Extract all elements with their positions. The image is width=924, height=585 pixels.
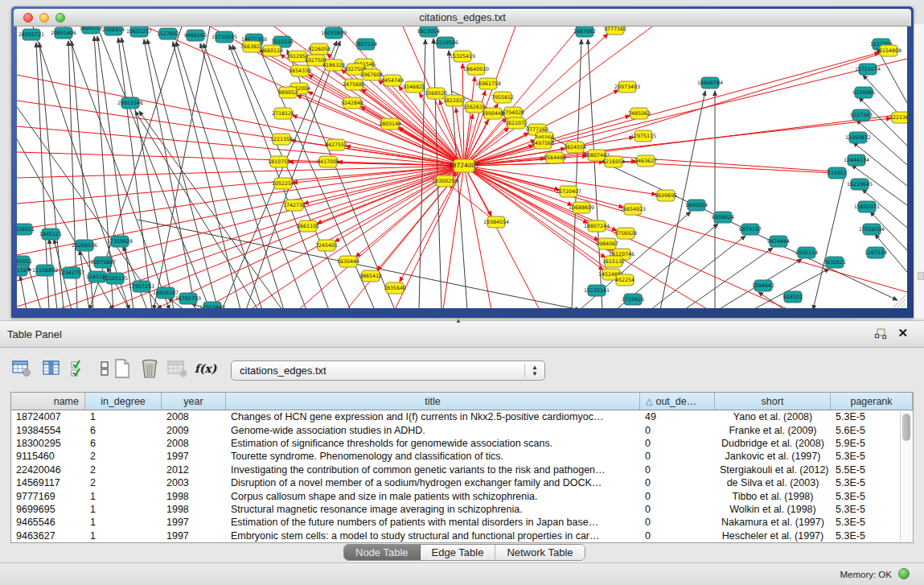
- cell-title[interactable]: Changes of HCN gene expression and I(f) …: [226, 411, 640, 422]
- graph-node[interactable]: 6879197: [739, 224, 762, 235]
- graph-node[interactable]: 9865412: [359, 270, 382, 282]
- cell-out_de[interactable]: 0: [640, 451, 715, 462]
- edge-black[interactable]: [246, 41, 340, 308]
- graph-node[interactable]: 12923448: [199, 302, 225, 308]
- graph-node[interactable]: 7955812: [491, 92, 514, 103]
- graph-node[interactable]: 2967608: [360, 69, 383, 80]
- cell-out_de[interactable]: 0: [640, 491, 715, 502]
- graph-node[interactable]: 12444134: [844, 154, 869, 166]
- graph-node[interactable]: 9474444: [767, 236, 790, 247]
- cell-year[interactable]: 2008: [162, 411, 226, 422]
- graph-node[interactable]: 9699695: [655, 190, 677, 201]
- edge-red-ray[interactable]: [17, 166, 464, 281]
- function-icon[interactable]: f(x): [195, 356, 216, 380]
- cell-title[interactable]: Disruption of a novel member of a sodium…: [226, 477, 640, 488]
- table-column-icon[interactable]: [40, 356, 62, 380]
- graph-node[interactable]: 18807243: [584, 220, 610, 232]
- cell-short[interactable]: Wolkin et al. (1998): [715, 504, 831, 515]
- graph-node[interactable]: 8186328: [322, 60, 345, 71]
- cell-short[interactable]: Tibbo et al. (1998): [715, 491, 831, 502]
- table-row[interactable]: 946554611997Estimation of the future num…: [11, 516, 913, 529]
- cell-short[interactable]: Nakamura et al. (1997): [715, 517, 831, 528]
- graph-node[interactable]: 10719195: [211, 31, 237, 43]
- cell-out_de[interactable]: 0: [640, 477, 715, 488]
- graph-node[interactable]: 16648784: [697, 77, 723, 89]
- cell-out_de[interactable]: 49: [640, 411, 715, 422]
- graph-node[interactable]: 16961758: [475, 78, 501, 89]
- cell-out_de[interactable]: 0: [640, 530, 715, 542]
- window-titlebar[interactable]: citations_edges.txt: [14, 9, 911, 27]
- graph-node[interactable]: 1167534: [864, 247, 887, 258]
- cell-title[interactable]: Genome-wide association studies in ADHD.: [226, 425, 640, 436]
- graph-node[interactable]: 2306914: [102, 27, 125, 35]
- graph-node[interactable]: 452254: [615, 274, 634, 286]
- network-canvas[interactable]: 2405572120691406160553323069141065525715…: [17, 27, 907, 308]
- citation-network-graph[interactable]: 2405572120691406160553323069141065525715…: [17, 27, 907, 308]
- graph-node[interactable]: 1822017: [443, 95, 466, 106]
- graph-node[interactable]: 9463627: [634, 155, 657, 167]
- cell-in_degree[interactable]: 2: [85, 477, 162, 488]
- graph-node[interactable]: 1527602: [157, 28, 179, 39]
- graph-node[interactable]: 1605533: [80, 27, 102, 34]
- cell-short[interactable]: Hescheler et al. (1997): [715, 530, 831, 542]
- cell-in_degree[interactable]: 6: [85, 425, 162, 436]
- graph-node[interactable]: 12093872: [845, 132, 871, 143]
- cell-name[interactable]: 19384554: [11, 425, 85, 436]
- cell-year[interactable]: 1998: [162, 504, 226, 515]
- cell-name[interactable]: 18724007: [11, 411, 85, 422]
- graph-node[interactable]: 924501: [783, 291, 803, 303]
- graph-node[interactable]: 16654923: [620, 204, 646, 215]
- graph-node[interactable]: 24055721: [18, 29, 44, 40]
- canvas-resize-grip[interactable]: [897, 299, 906, 307]
- cell-year[interactable]: 1997: [162, 451, 226, 462]
- graph-node[interactable]: 15135141: [584, 285, 610, 296]
- graph-node[interactable]: 16782759: [175, 293, 201, 304]
- edge-red[interactable]: [464, 166, 573, 205]
- graph-node[interactable]: 39159: [17, 265, 27, 276]
- edge-black[interactable]: [684, 248, 773, 308]
- graph-node[interactable]: 12342757: [59, 267, 84, 278]
- graph-node[interactable]: 7632621: [823, 257, 846, 268]
- graph-node[interactable]: 17016504: [859, 224, 885, 235]
- cell-in_degree[interactable]: 1: [85, 411, 162, 422]
- cell-out_de[interactable]: 0: [640, 438, 715, 449]
- cell-title[interactable]: Tourette syndrome. Phenomenology and cla…: [226, 451, 640, 462]
- table-row[interactable]: 1830029562008Estimation of significance …: [11, 437, 913, 450]
- graph-node[interactable]: 19384554: [483, 216, 509, 228]
- graph-node[interactable]: 15751074: [855, 64, 881, 75]
- close-panel-icon[interactable]: ✕: [897, 326, 908, 340]
- minimize-window-button[interactable]: [39, 13, 49, 23]
- graph-node[interactable]: 1990448: [482, 108, 504, 119]
- edge-black[interactable]: [121, 38, 174, 308]
- cell-name[interactable]: 9777169: [11, 491, 85, 502]
- cell-title[interactable]: Investigating the contribution of common…: [226, 464, 640, 476]
- scrollbar-thumb[interactable]: [902, 414, 910, 441]
- select-columns-icon[interactable]: [68, 356, 89, 380]
- graph-node[interactable]: 9227343: [850, 109, 873, 121]
- graph-node[interactable]: 20691406: [51, 27, 76, 39]
- column-header-pagerank[interactable]: pagerank: [831, 393, 913, 410]
- close-window-button[interactable]: [23, 13, 33, 23]
- graph-node[interactable]: 1845121: [39, 229, 62, 240]
- graph-node[interactable]: 8427552: [325, 139, 347, 150]
- edge-red-ray[interactable]: [464, 59, 907, 166]
- graph-node[interactable]: 17359928: [107, 236, 133, 247]
- graph-node[interactable]: 30975887: [90, 257, 116, 268]
- graph-node[interactable]: 2687682: [573, 27, 596, 37]
- graph-node[interactable]: 29053346: [117, 97, 143, 109]
- cell-year[interactable]: 2008: [162, 438, 226, 449]
- graph-node[interactable]: 9777165: [604, 27, 626, 35]
- tab-network-table[interactable]: Network Table: [495, 545, 584, 560]
- graph-node[interactable]: 2616051: [17, 224, 35, 235]
- cell-short[interactable]: Yano et al. (2008): [715, 411, 831, 422]
- graph-node[interactable]: 9242848: [341, 97, 363, 109]
- new-document-icon[interactable]: [111, 356, 133, 380]
- edge-black[interactable]: [139, 111, 282, 308]
- cell-title[interactable]: Corpus callosum shape and size in male p…: [226, 491, 640, 502]
- graph-node[interactable]: 8958924: [712, 212, 734, 223]
- tab-edge-table[interactable]: Edge Table: [421, 545, 496, 560]
- cell-in_degree[interactable]: 1: [85, 504, 162, 515]
- cell-name[interactable]: 14569117: [11, 477, 85, 488]
- table-row[interactable]: 977716911998Corpus callosum shape and si…: [11, 489, 913, 502]
- graph-node[interactable]: 1052254: [272, 178, 294, 189]
